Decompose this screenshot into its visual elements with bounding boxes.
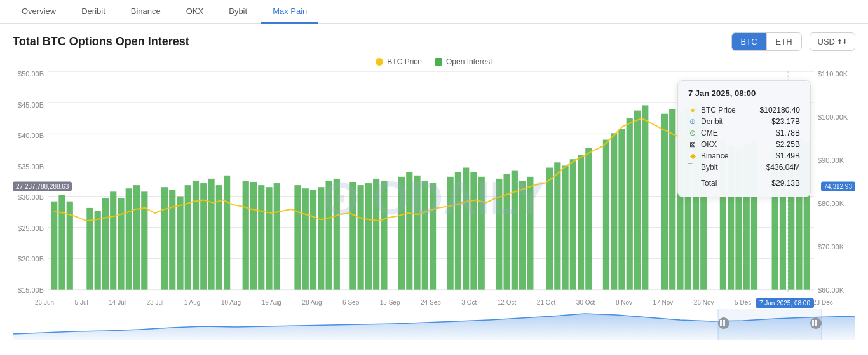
chart-title: Total BTC Options Open Interest bbox=[13, 35, 189, 48]
svg-rect-64 bbox=[578, 155, 584, 290]
tab-okx[interactable]: OKX bbox=[175, 0, 215, 24]
svg-rect-23 bbox=[185, 185, 191, 290]
chart-wrapper: 27,237,788,288.63 74,312.93 $50.00B $45.… bbox=[13, 67, 855, 296]
tooltip-row-total: Total $29.13B bbox=[688, 176, 800, 189]
svg-rect-68 bbox=[618, 129, 625, 289]
y-right-3: $80.00K bbox=[814, 200, 855, 207]
x-label-20: 23 Dec bbox=[813, 299, 833, 306]
y-axis-left: $50.00B $45.00B $40.00B $35.00B $30.00B … bbox=[13, 67, 48, 296]
svg-rect-15 bbox=[110, 191, 116, 289]
y-axis-right: $110.00K $100.00K $90.00K $80.00K $70.00… bbox=[814, 67, 855, 296]
tooltip-row-btc: ● BTC Price $102180.40 bbox=[688, 104, 800, 116]
svg-rect-70 bbox=[634, 111, 641, 290]
x-label-7: 28 Aug bbox=[302, 299, 322, 306]
svg-rect-71 bbox=[642, 105, 648, 289]
svg-rect-18 bbox=[133, 185, 140, 290]
y-left-5: $25.00B bbox=[13, 225, 48, 232]
svg-rect-26 bbox=[208, 179, 214, 290]
y-left-7: $15.00B bbox=[13, 286, 48, 294]
svg-rect-14 bbox=[102, 198, 109, 290]
tooltip-row-cme: ⊙ CME $1.78B bbox=[688, 127, 800, 139]
svg-rect-63 bbox=[570, 159, 576, 289]
svg-rect-69 bbox=[627, 118, 633, 290]
x-label-0: 26 Jun bbox=[35, 299, 54, 306]
svg-rect-24 bbox=[193, 181, 199, 290]
currency-btn-group: BTC ETH bbox=[731, 32, 802, 51]
mini-chart[interactable] bbox=[13, 309, 855, 340]
legend-oi-dot bbox=[435, 58, 442, 66]
x-label-10: 24 Sep bbox=[421, 299, 441, 306]
svg-rect-13 bbox=[95, 211, 101, 290]
tab-bar: Overview Deribit Binance OKX Bybit Max P… bbox=[0, 0, 868, 24]
x-label-18: 5 Dec bbox=[735, 299, 751, 306]
y-left-3: $35.00B bbox=[13, 163, 48, 171]
svg-rect-28 bbox=[224, 176, 230, 290]
x-label-3: 23 Jul bbox=[147, 299, 164, 306]
x-label-12: 12 Oct bbox=[498, 299, 516, 306]
btc-price-icon: ● bbox=[688, 106, 697, 115]
svg-rect-10 bbox=[58, 195, 65, 289]
x-label-6: 19 Aug bbox=[262, 299, 281, 306]
mini-chart-svg bbox=[13, 309, 855, 340]
svg-rect-72 bbox=[661, 114, 668, 290]
svg-rect-67 bbox=[611, 133, 617, 289]
legend-btc: BTC Price bbox=[376, 57, 422, 66]
tab-deribit[interactable]: Deribit bbox=[70, 0, 117, 24]
y-right-1: $100.00K bbox=[814, 113, 855, 121]
svg-rect-31 bbox=[258, 185, 264, 290]
cme-icon: ⊙ bbox=[688, 129, 697, 137]
y-left-2: $40.00B bbox=[13, 132, 48, 139]
legend-oi: Open Interest bbox=[435, 57, 492, 66]
svg-rect-9 bbox=[51, 202, 57, 290]
svg-rect-33 bbox=[274, 183, 280, 290]
svg-rect-62 bbox=[562, 165, 568, 289]
svg-rect-19 bbox=[141, 191, 147, 289]
x-label-14: 30 Oct bbox=[576, 299, 595, 306]
tab-binance[interactable]: Binance bbox=[119, 0, 172, 24]
tab-maxpain[interactable]: Max Pain bbox=[261, 0, 318, 24]
svg-rect-16 bbox=[118, 198, 124, 290]
deribit-icon: ⊕ bbox=[688, 117, 697, 126]
btn-usd[interactable]: USD ⬆⬇ bbox=[810, 32, 855, 51]
okx-icon: ⊠ bbox=[688, 140, 697, 149]
tab-overview[interactable]: Overview bbox=[10, 0, 67, 24]
svg-rect-30 bbox=[250, 182, 257, 290]
x-label-4: 1 Aug bbox=[184, 299, 201, 306]
total-icon bbox=[688, 179, 697, 188]
tab-bybit[interactable]: Bybit bbox=[217, 0, 259, 24]
legend-btc-dot bbox=[376, 58, 383, 66]
x-label-2: 14 Jul bbox=[109, 299, 126, 306]
x-label-13: 21 Oct bbox=[537, 299, 555, 306]
svg-rect-65 bbox=[585, 148, 592, 290]
x-label-5: 10 Aug bbox=[221, 299, 241, 306]
btn-btc[interactable]: BTC bbox=[732, 33, 767, 50]
y-left-1: $45.00B bbox=[13, 101, 48, 109]
tooltip-row-deribit: ⊕ Deribit $23.17B bbox=[688, 116, 800, 127]
btn-eth[interactable]: ETH bbox=[767, 33, 801, 50]
tooltip-date: 7 Jan 2025, 08:00 bbox=[688, 88, 800, 98]
tooltip-row-binance: ◆ Binance $1.49B bbox=[688, 150, 800, 162]
tooltip-date-label: 7 Jan 2025, 08:00 bbox=[756, 298, 814, 308]
y-left-0: $50.00B bbox=[13, 70, 48, 78]
tooltip-row-bybit: – – Bybit $436.04M bbox=[688, 162, 800, 173]
x-label-17: 26 Nov bbox=[694, 299, 714, 306]
svg-rect-32 bbox=[266, 187, 272, 289]
x-axis: 26 Jun 5 Jul 14 Jul 23 Jul 1 Aug 10 Aug … bbox=[0, 296, 868, 306]
svg-rect-61 bbox=[554, 162, 560, 289]
app-container: Overview Deribit Binance OKX Bybit Max P… bbox=[0, 0, 868, 355]
svg-rect-21 bbox=[169, 190, 175, 289]
chevron-icon: ⬆⬇ bbox=[837, 38, 847, 45]
x-label-1: 5 Jul bbox=[75, 299, 88, 306]
x-label-16: 17 Nov bbox=[653, 299, 674, 306]
svg-rect-29 bbox=[243, 181, 249, 290]
x-label-8: 6 Sep bbox=[342, 299, 359, 306]
x-label-9: 15 Sep bbox=[380, 299, 400, 306]
svg-rect-73 bbox=[669, 109, 675, 290]
svg-rect-34 bbox=[294, 185, 301, 290]
svg-rect-22 bbox=[177, 196, 183, 289]
x-label-15: 8 Nov bbox=[616, 299, 632, 306]
svg-rect-36 bbox=[310, 190, 316, 289]
svg-rect-60 bbox=[546, 168, 553, 290]
x-label-11: 3 Oct bbox=[461, 299, 477, 306]
svg-text:⊙ ODAILY: ⊙ ODAILY bbox=[320, 172, 545, 225]
